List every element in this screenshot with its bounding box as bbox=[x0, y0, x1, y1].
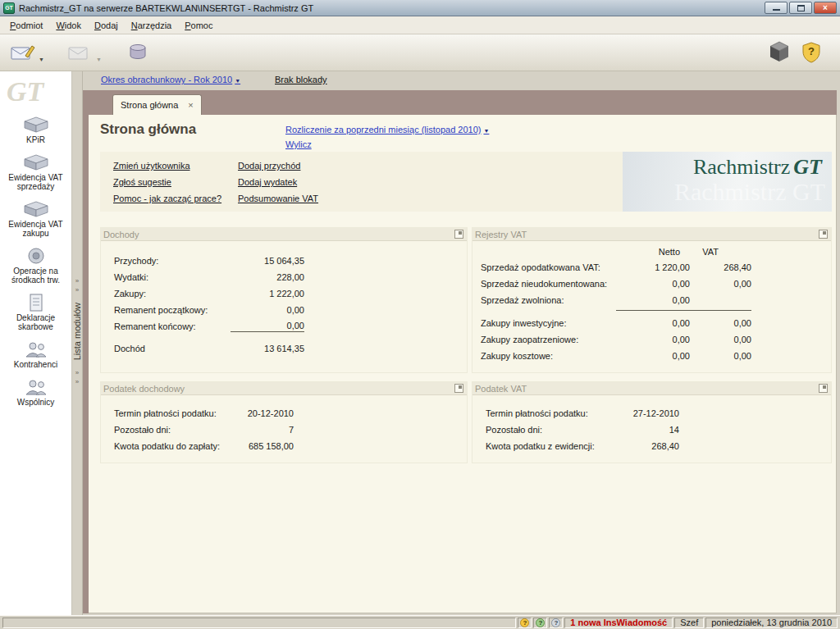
open-in-window-icon[interactable] bbox=[454, 230, 463, 239]
statusbar-spacer bbox=[2, 618, 516, 628]
tab-strip: Strona główna × bbox=[83, 90, 837, 115]
insmessage-link[interactable]: 1 nowa InsWiadomość bbox=[570, 618, 667, 627]
previous-month-settlement-link[interactable]: Rozliczenie za poprzedni miesiąc (listop… bbox=[285, 125, 489, 134]
quick-links-panel: Zmień użytkownika Zgłoś sugestie Pomoc -… bbox=[100, 152, 832, 212]
minimize-button[interactable] bbox=[765, 2, 788, 14]
sidebar-item-wspolnicy[interactable]: Wspólnicy bbox=[0, 378, 71, 407]
open-in-window-icon[interactable] bbox=[454, 384, 463, 393]
data-row: Sprzedaż zwolniona:0,00 bbox=[481, 292, 751, 308]
dropdown-caret-icon[interactable]: ▼ bbox=[96, 57, 102, 62]
dropdown-caret-icon[interactable]: ▼ bbox=[39, 57, 44, 62]
envelope-icon bbox=[68, 43, 93, 62]
data-row: Zakupy zaopatrzeniowe:0,000,00 bbox=[481, 331, 751, 348]
ledger-icon bbox=[22, 200, 50, 218]
accounting-period-link[interactable]: Okres obrachunkowy - Rok 2010▼ bbox=[101, 75, 240, 84]
chevron-icon: » bbox=[75, 276, 79, 285]
toolbar: ▼ ▼ ? bbox=[0, 34, 840, 71]
app-logo-icon: GT bbox=[3, 2, 15, 14]
statusbar-cell: ? bbox=[549, 618, 563, 628]
brand-watermark: Rachmistrz GT bbox=[674, 178, 825, 206]
col-vat: VAT bbox=[690, 247, 751, 257]
menubar: Podmiot Widok Dodaj Narzędzia Pomoc bbox=[0, 16, 840, 34]
archive-icon[interactable] bbox=[123, 39, 153, 66]
help-shield-icon[interactable]: ? bbox=[802, 42, 820, 63]
gt-watermark: GT bbox=[0, 71, 71, 116]
data-row: Pozostało dni:7 bbox=[101, 422, 294, 438]
window-title: Rachmistrz_GT na serwerze BARTEKWLAN\INS… bbox=[19, 3, 765, 13]
data-row: Termin płatności podatku:20-12-2010 bbox=[101, 405, 294, 422]
module-strip-label: Lista modułów bbox=[72, 303, 82, 360]
vat-column-headers: Netto VAT bbox=[481, 244, 751, 259]
titlebar: GT Rachmistrz_GT na serwerze BARTEKWLAN\… bbox=[0, 0, 840, 16]
tab-strona-glowna[interactable]: Strona główna × bbox=[112, 94, 202, 115]
sidebar-item-ewidencja-vat-zakupu[interactable]: Ewidencja VAT zakupu bbox=[0, 200, 71, 238]
sidebar-item-kpir[interactable]: KPiR bbox=[0, 116, 71, 144]
people-icon bbox=[22, 340, 50, 358]
statusbar: ? ? ? 1 nowa InsWiadomość Szef poniedzia… bbox=[0, 615, 840, 629]
panel-podatek-dochodowy: Podatek dochodowy Termin płatności podat… bbox=[100, 381, 468, 463]
data-row: Wydatki:228,00 bbox=[101, 269, 304, 285]
help-status-icon[interactable]: ? bbox=[520, 618, 529, 627]
envelope-pen-icon bbox=[11, 43, 35, 62]
add-expense-link[interactable]: Dodaj wydatek bbox=[238, 174, 318, 190]
tab-close-icon[interactable]: × bbox=[188, 100, 193, 110]
ledger-icon bbox=[22, 153, 50, 171]
data-row: Zakupy inwestycyjne:0,000,00 bbox=[481, 315, 751, 331]
data-row: Termin płatności podatku:27-12-2010 bbox=[472, 405, 679, 422]
data-row: Remanent końcowy:0,00 bbox=[101, 318, 304, 335]
module-list-strip[interactable]: » » Lista modułów » » bbox=[72, 71, 83, 615]
data-row: Zakupy kosztowe:0,000,00 bbox=[481, 348, 751, 364]
panel-rejestry-vat: Rejestry VAT Netto VAT Sprzedaż opodatko… bbox=[472, 227, 832, 373]
add-income-link[interactable]: Dodaj przychód bbox=[238, 157, 318, 174]
main-content: Strona główna Rozliczenie za poprzedni m… bbox=[89, 115, 837, 613]
change-user-link[interactable]: Zmień użytkownika bbox=[113, 157, 221, 174]
total-row: Dochód13 614,35 bbox=[101, 340, 304, 357]
close-button[interactable]: × bbox=[814, 2, 837, 14]
menu-pomoc[interactable]: Pomoc bbox=[178, 18, 219, 33]
info-status-icon[interactable]: ? bbox=[551, 618, 560, 627]
data-cylinder-icon bbox=[127, 43, 148, 62]
data-row: Sprzedaż nieudokumentowana:0,000,00 bbox=[481, 276, 751, 292]
panel-title: Podatek VAT bbox=[475, 384, 819, 394]
statusbar-cell: ? bbox=[518, 618, 532, 628]
lock-status-link[interactable]: Brak blokady bbox=[275, 75, 327, 84]
sidebar-item-deklaracje-skarbowe[interactable]: Deklaracje skarbowe bbox=[0, 294, 71, 331]
new-message-icon[interactable] bbox=[8, 39, 38, 66]
menu-podmiot[interactable]: Podmiot bbox=[3, 18, 49, 33]
data-row: Sprzedaż opodatkowana VAT:1 220,00268,40 bbox=[481, 259, 751, 276]
page-title: Strona główna bbox=[100, 121, 196, 138]
data-row: Zakupy:1 222,00 bbox=[101, 285, 304, 302]
col-netto: Netto bbox=[616, 247, 690, 257]
calculate-link[interactable]: Wylicz bbox=[285, 139, 312, 149]
suggest-link[interactable]: Zgłoś sugestie bbox=[113, 174, 221, 190]
document-icon bbox=[22, 294, 50, 312]
statusbar-cell: 1 nowa InsWiadomość bbox=[564, 618, 673, 628]
modules-cube-icon[interactable] bbox=[769, 41, 789, 64]
vat-summary-link[interactable]: Podsumowanie VAT bbox=[238, 190, 318, 207]
sum-divider bbox=[616, 310, 751, 311]
caret-down-icon: ▼ bbox=[235, 78, 240, 84]
data-row: Kwota podatku do zapłaty:685 158,00 bbox=[101, 438, 294, 454]
caret-down-icon: ▼ bbox=[483, 128, 489, 134]
tab-label: Strona główna bbox=[121, 100, 178, 110]
open-in-window-icon[interactable] bbox=[819, 384, 828, 393]
sidebar-item-kontrahenci[interactable]: Kontrahenci bbox=[0, 340, 71, 369]
sidebar-item-operacje-srodki-trwale[interactable]: Operacje na środkach trw. bbox=[0, 247, 71, 285]
panel-podatek-vat: Podatek VAT Termin płatności podatku:27-… bbox=[472, 381, 832, 463]
wheel-icon bbox=[22, 247, 50, 265]
open-in-window-icon[interactable] bbox=[819, 230, 828, 239]
data-row: Remanent początkowy:0,00 bbox=[101, 302, 304, 318]
module-sidebar: GT KPiR Ewidencja VAT sprzedaży Ewidencj… bbox=[0, 71, 72, 615]
maximize-button[interactable] bbox=[789, 2, 812, 14]
panel-title: Dochody bbox=[103, 230, 454, 239]
menu-narzedzia[interactable]: Narzędzia bbox=[125, 18, 179, 33]
content-accent-bar bbox=[83, 115, 89, 613]
menu-dodaj[interactable]: Dodaj bbox=[88, 18, 125, 33]
panel-dochody: Dochody Przychody:15 064,35 Wydatki:228,… bbox=[100, 227, 468, 373]
help-getting-started-link[interactable]: Pomoc - jak zacząć prace? bbox=[113, 190, 221, 207]
sidebar-item-ewidencja-vat-sprzedazy[interactable]: Ewidencja VAT sprzedaży bbox=[0, 153, 71, 191]
panel-title: Podatek dochodowy bbox=[103, 384, 454, 394]
connection-status-icon[interactable]: ? bbox=[536, 618, 545, 627]
send-message-icon[interactable] bbox=[66, 39, 95, 66]
menu-widok[interactable]: Widok bbox=[49, 18, 88, 33]
